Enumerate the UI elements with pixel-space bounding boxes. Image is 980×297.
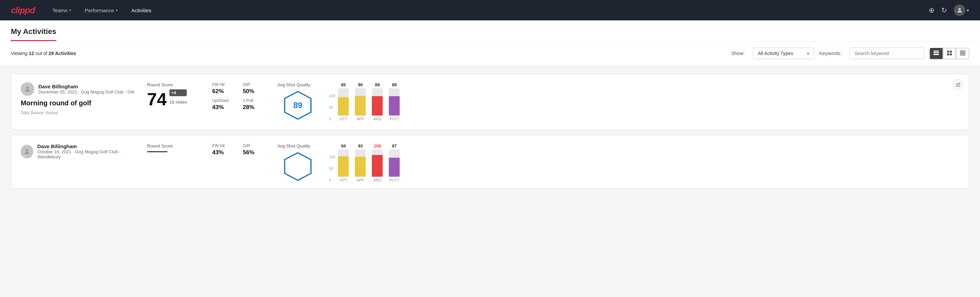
navbar: clippd Teams ▾ Performance ▾ Activities …	[0, 0, 980, 21]
card-info-2: Dave Billingham October 16, 2021 · Gog M…	[21, 144, 136, 163]
svg-marker-15	[285, 153, 311, 180]
svg-rect-5	[950, 51, 952, 53]
score-holes: 18 Holes	[169, 99, 187, 105]
bar-group-putt-2: 87 PUTT	[389, 144, 400, 182]
y-label-0-2: 0	[329, 178, 335, 182]
bar-group-ott: 85 OTT	[338, 82, 349, 121]
bar-value-putt: 89	[392, 82, 397, 87]
list-view-button[interactable]	[930, 48, 943, 59]
svg-rect-6	[947, 53, 949, 55]
y-label-50-2: 50	[329, 166, 335, 171]
quality-label-2: Avg Shot Quality	[277, 144, 310, 148]
activities-list: Dave Billingham December 05, 2021 · Gog …	[0, 65, 980, 197]
y-label-50: 50	[329, 105, 335, 109]
grid-view-button[interactable]	[943, 48, 956, 59]
player-date-2: October 16, 2021 · Gog Magog Golf Club -…	[37, 149, 136, 160]
refresh-icon[interactable]: ↻	[941, 6, 947, 14]
round-score-section-2: Round Score	[147, 144, 201, 152]
round-score-section: Round Score 74 +4 18 Holes	[147, 82, 201, 108]
player-info-2: Dave Billingham October 16, 2021 · Gog M…	[21, 144, 136, 160]
stats-section: FW Hit 62% GIR 50% Up/Down 43% 1 Putt 28…	[212, 82, 267, 111]
chart-bars-2: 94 OTT 93 APP 106	[338, 144, 400, 182]
player-name: Dave Billingham	[38, 84, 134, 89]
activity-card: Dave Billingham December 05, 2021 · Gog …	[11, 74, 969, 129]
viewing-count-text: Viewing 12 out of 29 Activities	[11, 51, 76, 56]
activity-card-2: Dave Billingham October 16, 2021 · Gog M…	[11, 135, 969, 188]
oneputt-stat: 1 Putt 28%	[243, 98, 267, 111]
user-menu[interactable]: ▾	[954, 5, 969, 16]
score-dash	[147, 151, 167, 152]
bar-value-ott: 85	[341, 82, 346, 87]
shot-quality-section-2: Avg Shot Quality	[277, 144, 318, 182]
y-label-100: 100	[329, 94, 335, 98]
activity-title: Morning round of golf	[21, 99, 136, 107]
edit-button[interactable]	[953, 80, 963, 90]
bar-fill-putt-2	[389, 158, 400, 177]
view-toggles	[930, 48, 969, 59]
gir-label-2: GIR	[243, 144, 267, 148]
search-input[interactable]	[850, 48, 924, 59]
activity-type-select[interactable]: All Activity Types	[753, 48, 814, 59]
bar-fill-app-2	[355, 156, 366, 177]
fw-hit-label-2: FW Hit	[212, 144, 236, 148]
nav-performance[interactable]: Performance ▾	[84, 5, 119, 16]
svg-point-12	[26, 87, 29, 89]
fw-hit-stat-2: FW Hit 43%	[212, 144, 236, 156]
bar-fill-putt	[389, 96, 400, 115]
bar-label-arg: ARG	[373, 117, 381, 121]
hexagon-icon-2	[283, 151, 313, 182]
svg-rect-7	[950, 53, 952, 55]
gir-label: GIR	[243, 82, 267, 87]
updown-label: Up/Down	[212, 98, 236, 103]
score-badge: +4	[169, 89, 187, 96]
quality-score: 89	[293, 101, 302, 110]
round-score-label-2: Round Score	[147, 144, 201, 148]
data-source: Data Source: Arccos	[21, 110, 136, 115]
gir-stat-2: GIR 56%	[243, 144, 267, 156]
player-date: December 05, 2021 · Gog Magog Golf Club …	[38, 89, 134, 94]
stats-section-2: FW Hit 43% GIR 56%	[212, 144, 267, 156]
user-menu-chevron-icon: ▾	[967, 8, 969, 13]
oneputt-label: 1 Putt	[243, 98, 267, 103]
fw-hit-value: 62%	[212, 88, 236, 95]
bar-group-ott-2: 94 OTT	[338, 144, 349, 182]
fw-hit-value-2: 43%	[212, 149, 236, 156]
activity-type-select-wrap[interactable]: All Activity Types	[753, 48, 814, 59]
filter-bar: Viewing 12 out of 29 Activities Show: Al…	[0, 42, 980, 65]
nav-activities[interactable]: Activities	[130, 5, 153, 16]
player-info: Dave Billingham December 05, 2021 · Gog …	[21, 82, 136, 96]
page-title: My Activities	[11, 27, 56, 41]
updown-value: 43%	[212, 104, 236, 111]
bar-fill-arg-2	[372, 155, 383, 177]
svg-point-14	[26, 149, 28, 151]
add-circle-icon[interactable]: ⊕	[929, 6, 934, 14]
bar-value-putt-2: 87	[392, 144, 397, 148]
bar-value-arg: 89	[375, 82, 380, 87]
nav-teams[interactable]: Teams ▾	[51, 5, 73, 16]
gir-value-2: 56%	[243, 149, 267, 156]
fw-hit-label: FW Hit	[212, 82, 236, 87]
compact-view-button[interactable]	[956, 48, 969, 59]
updown-stat: Up/Down 43%	[212, 98, 236, 111]
fw-hit-stat: FW Hit 62%	[212, 82, 236, 95]
y-label-0: 0	[329, 117, 335, 121]
shot-quality-section: Avg Shot Quality 89	[277, 82, 318, 121]
svg-rect-4	[947, 51, 949, 53]
page-header: My Activities	[0, 21, 980, 42]
performance-chevron-icon: ▾	[116, 8, 118, 13]
svg-rect-8	[960, 51, 966, 51]
keywords-label: Keywords:	[819, 51, 842, 56]
bar-label-ott-2: OTT	[340, 178, 347, 182]
gir-stat: GIR 50%	[243, 82, 267, 95]
svg-point-0	[959, 8, 961, 10]
bar-fill-arg	[372, 96, 383, 115]
quality-label: Avg Shot Quality	[277, 82, 310, 87]
oneputt-value: 28%	[243, 104, 267, 111]
logo: clippd	[11, 5, 35, 16]
bar-group-arg-2: 106 ARG	[372, 144, 383, 182]
player-avatar	[21, 82, 34, 96]
svg-rect-1	[934, 51, 939, 52]
avatar	[954, 5, 966, 16]
bar-value-arg-2: 106	[374, 144, 381, 148]
show-label: Show:	[732, 51, 745, 56]
